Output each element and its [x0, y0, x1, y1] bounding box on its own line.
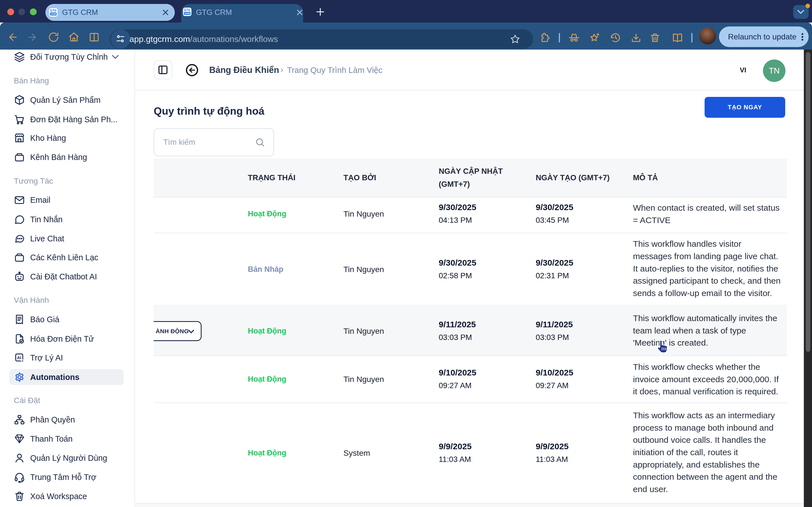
- svg-text:AI: AI: [17, 355, 21, 360]
